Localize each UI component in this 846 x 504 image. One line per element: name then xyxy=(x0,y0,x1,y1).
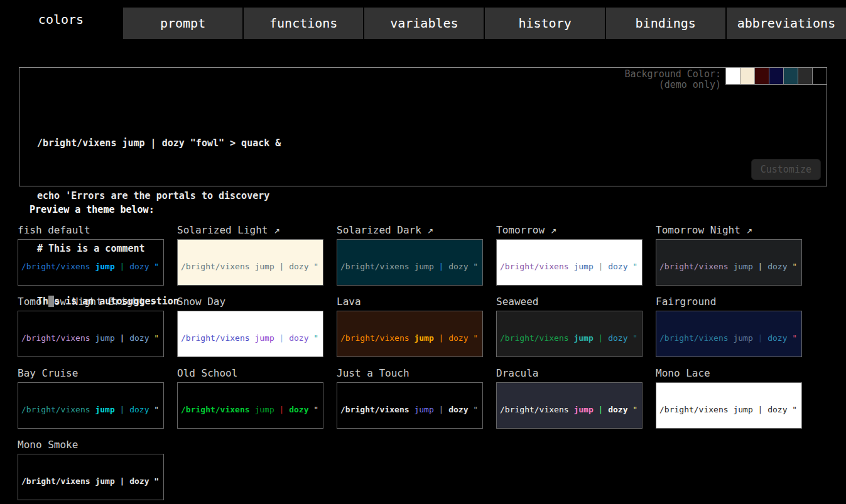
terminal-line-comment: # This is a comment xyxy=(37,240,827,257)
terminal-line-command: /bright/vixens jump | dozy "fowl" > quac… xyxy=(37,134,827,152)
background-swatch-4[interactable] xyxy=(783,67,798,85)
seg-dozy: dozy xyxy=(448,405,468,414)
theme-card-bay-cruise[interactable]: /bright/vixens jump | dozy " echo 'Error… xyxy=(18,382,164,429)
background-swatch-2[interactable] xyxy=(754,67,769,85)
theme-line-command: /bright/vixens jump | dozy " xyxy=(181,405,320,415)
seg-jump: jump xyxy=(733,405,752,414)
seg-path: /bright/vixens xyxy=(21,476,90,486)
theme-line-command: /bright/vixens jump | dozy " xyxy=(21,405,160,415)
theme-title-mono-lace[interactable]: Mono Lace xyxy=(656,367,815,381)
seg-dozy: dozy xyxy=(767,405,787,414)
theme-line-command: /bright/vixens jump | dozy " xyxy=(500,405,639,415)
seg-pipe: | xyxy=(599,405,604,414)
seg-path: /bright/vixens xyxy=(181,405,250,414)
tab-variables[interactable]: variables xyxy=(364,8,484,39)
theme-line-command: /bright/vixens jump | dozy " xyxy=(340,405,479,415)
seg-path: /bright/vixens xyxy=(340,405,409,414)
seg-quote: " xyxy=(154,405,159,414)
theme-cell: Mono Lace /bright/vixens jump | dozy " e… xyxy=(656,367,815,429)
tab-abbreviations[interactable]: abbreviations xyxy=(727,8,846,39)
theme-card-dracula[interactable]: /bright/vixens jump | dozy " echo 'Error… xyxy=(496,382,643,429)
tab-bindings[interactable]: bindings xyxy=(606,8,725,39)
background-swatch-1[interactable] xyxy=(740,67,755,85)
seg-pipe: | xyxy=(439,405,444,414)
tab-prompt[interactable]: prompt xyxy=(123,8,242,39)
terminal-cursor: i xyxy=(48,296,54,307)
seg-jump: jump xyxy=(95,405,114,414)
color-preview-panel: Background Color: (demo only) /bright/vi… xyxy=(19,67,827,186)
theme-title-just-a-touch[interactable]: Just a Touch xyxy=(337,367,496,381)
customize-button[interactable]: Customize xyxy=(751,159,821,180)
background-color-label-line2: (demo only) xyxy=(624,80,721,90)
background-swatch-0[interactable] xyxy=(725,67,740,85)
background-swatch-3[interactable] xyxy=(769,67,784,85)
theme-card-just-a-touch[interactable]: /bright/vixens jump | dozy " echo 'Error… xyxy=(337,382,483,429)
background-swatch-row xyxy=(726,67,827,90)
seg-path: /bright/vixens xyxy=(21,405,90,414)
seg-jump: jump xyxy=(254,405,274,414)
theme-line-command: /bright/vixens jump | dozy " xyxy=(21,476,160,486)
seg-pipe: | xyxy=(279,405,285,414)
terminal-preview: /bright/vixens jump | dozy "fowl" > quac… xyxy=(19,68,827,345)
seg-pipe: | xyxy=(758,405,763,414)
seg-quote: " xyxy=(632,405,637,414)
theme-line-command: /bright/vixens jump | dozy " xyxy=(659,405,798,415)
seg-jump: jump xyxy=(573,405,593,414)
tab-bar: colorspromptfunctionsvariableshistorybin… xyxy=(0,0,846,39)
theme-card-old-school[interactable]: /bright/vixens jump | dozy " echo 'Error… xyxy=(177,382,323,429)
seg-pipe: | xyxy=(120,476,125,486)
terminal-line-autosuggestion: This is an autosuggestion xyxy=(37,292,827,310)
tab-history[interactable]: history xyxy=(485,8,604,39)
theme-card-mono-lace[interactable]: /bright/vixens jump | dozy " echo 'Error… xyxy=(656,382,802,429)
seg-quote: " xyxy=(313,405,318,414)
background-color-label-line1: Background Color: xyxy=(624,69,721,80)
seg-quote: " xyxy=(473,405,478,414)
autosuggestion-suffix: s is an autosuggestion xyxy=(54,296,179,307)
seg-path: /bright/vixens xyxy=(500,405,569,414)
background-swatch-6[interactable] xyxy=(812,67,827,85)
seg-jump: jump xyxy=(95,476,114,486)
theme-title-old-school[interactable]: Old School xyxy=(177,367,337,381)
terminal-line-error: echo 'Errors are the portals to discover… xyxy=(37,187,827,205)
theme-card-mono-smoke[interactable]: /bright/vixens jump | dozy " echo 'Error… xyxy=(18,454,164,500)
seg-jump: jump xyxy=(414,405,433,414)
background-color-label: Background Color: (demo only) xyxy=(624,69,721,90)
tab-functions[interactable]: functions xyxy=(244,8,363,39)
seg-dozy: dozy xyxy=(129,405,149,414)
theme-cell: Dracula /bright/vixens jump | dozy " ech… xyxy=(496,367,656,429)
theme-title-dracula[interactable]: Dracula xyxy=(496,367,656,381)
theme-title-mono-smoke[interactable]: Mono Smoke xyxy=(18,439,177,453)
seg-pipe: | xyxy=(120,405,125,414)
tab-colors[interactable]: colors xyxy=(0,3,122,39)
background-color-picker: Background Color: (demo only) xyxy=(624,67,827,90)
seg-path: /bright/vixens xyxy=(659,405,729,414)
background-swatch-5[interactable] xyxy=(798,67,813,85)
seg-dozy: dozy xyxy=(608,405,627,414)
theme-cell: Just a Touch /bright/vixens jump | dozy … xyxy=(337,367,496,429)
theme-title-bay-cruise[interactable]: Bay Cruise xyxy=(18,367,177,381)
seg-quote: " xyxy=(792,405,797,414)
autosuggestion-prefix: Th xyxy=(37,296,48,307)
seg-dozy: dozy xyxy=(129,476,149,486)
theme-cell: Mono Smoke /bright/vixens jump | dozy " … xyxy=(18,439,177,500)
seg-quote: " xyxy=(154,476,159,486)
theme-cell: Bay Cruise /bright/vixens jump | dozy " … xyxy=(18,367,177,429)
theme-cell: Old School /bright/vixens jump | dozy " … xyxy=(177,367,337,429)
seg-dozy: dozy xyxy=(289,405,308,414)
